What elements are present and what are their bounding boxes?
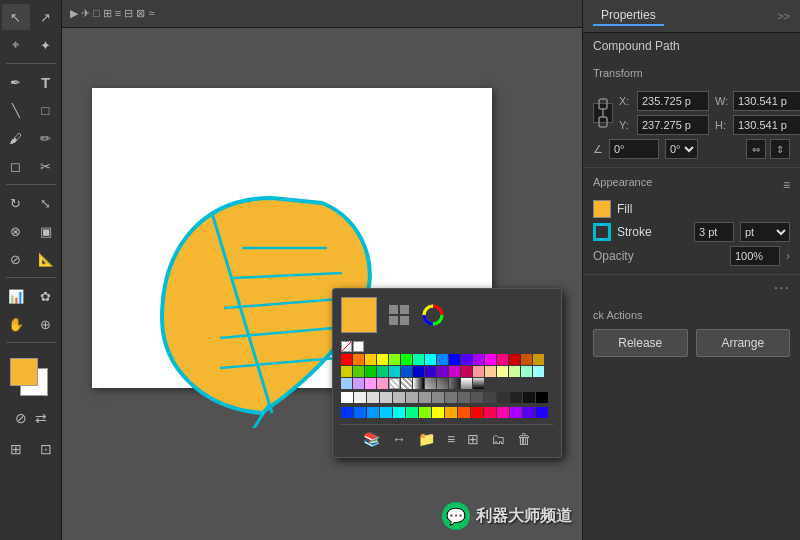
measure-tool[interactable]: 📐 — [32, 246, 60, 272]
color-cell[interactable] — [461, 354, 472, 365]
color-cell[interactable] — [353, 354, 364, 365]
magenta-cell[interactable] — [497, 407, 509, 418]
color-cell[interactable] — [377, 366, 388, 377]
gray-cell[interactable] — [419, 392, 431, 403]
magic-wand-tool[interactable]: ✦ — [32, 32, 60, 58]
brush-tool[interactable]: 🖌 — [2, 125, 30, 151]
color-cell[interactable] — [521, 366, 532, 377]
pattern-swatch[interactable] — [389, 378, 400, 389]
graph-tool[interactable]: 📊 — [2, 283, 30, 309]
color-cell[interactable] — [449, 366, 460, 377]
green-cell[interactable] — [406, 407, 418, 418]
pencil-tool[interactable]: ✏ — [32, 125, 60, 151]
color-cell[interactable] — [437, 354, 448, 365]
color-cell[interactable] — [533, 354, 544, 365]
eyedropper-tool[interactable]: ⊘ — [2, 246, 30, 272]
gray-cell[interactable] — [406, 392, 418, 403]
gray-cell[interactable] — [536, 392, 548, 403]
line-tool[interactable]: ╲ — [2, 97, 30, 123]
color-cell[interactable] — [413, 366, 424, 377]
color-cell[interactable] — [353, 378, 364, 389]
opacity-input[interactable] — [730, 246, 780, 266]
canvas-area[interactable]: 📚 ↔ 📁 ≡ ⊞ 🗂 🗑 💬 利器大师频道 — [62, 28, 582, 540]
flip-vertical-icon[interactable]: ⇕ — [770, 139, 790, 159]
color-cell[interactable] — [401, 354, 412, 365]
blue-cell[interactable] — [380, 407, 392, 418]
color-cell[interactable] — [353, 366, 364, 377]
gray-cell[interactable] — [432, 392, 444, 403]
color-cell[interactable] — [365, 378, 376, 389]
w-input[interactable] — [733, 91, 800, 111]
gray-cell[interactable] — [445, 392, 457, 403]
color-cell[interactable] — [521, 354, 532, 365]
gray-cell[interactable] — [523, 392, 535, 403]
color-cell[interactable] — [341, 354, 352, 365]
stroke-swatch[interactable] — [593, 223, 611, 241]
gray-cell[interactable] — [354, 392, 366, 403]
swatch-groups-btn[interactable]: 📁 — [414, 429, 439, 449]
lime-cell[interactable] — [419, 407, 431, 418]
type-tool[interactable]: T — [32, 69, 60, 95]
color-cell[interactable] — [449, 354, 460, 365]
appearance-list-icon[interactable]: ≡ — [783, 178, 790, 192]
color-cell[interactable] — [365, 366, 376, 377]
x-input[interactable] — [637, 91, 709, 111]
gradient-swatch4[interactable] — [449, 378, 460, 389]
angle-input[interactable] — [609, 139, 659, 159]
color-cell[interactable] — [461, 366, 472, 377]
direct-select-tool[interactable]: ↗ — [32, 4, 60, 30]
gray-cell[interactable] — [341, 392, 353, 403]
rect-tool[interactable]: □ — [32, 97, 60, 123]
color-cell[interactable] — [509, 354, 520, 365]
color-cell[interactable] — [497, 366, 508, 377]
color-cell[interactable] — [365, 354, 376, 365]
list-view-btn[interactable]: ≡ — [443, 429, 459, 449]
gradient-tool[interactable]: ▣ — [32, 218, 60, 244]
flip-horizontal-icon[interactable]: ⇔ — [746, 139, 766, 159]
gradient-swatch5[interactable] — [461, 378, 472, 389]
color-cell[interactable] — [425, 354, 436, 365]
color-wheel-btn[interactable] — [419, 301, 447, 329]
slice-tool[interactable]: ⊡ — [32, 436, 60, 462]
color-cell[interactable] — [485, 366, 496, 377]
none-icon[interactable]: ⊘ — [13, 410, 29, 426]
properties-tab[interactable]: Properties — [593, 6, 664, 26]
color-cell[interactable] — [509, 366, 520, 377]
color-cell[interactable] — [497, 354, 508, 365]
picker-current-color[interactable] — [341, 297, 377, 333]
stroke-size-input[interactable] — [694, 222, 734, 242]
none-swatch[interactable] — [341, 341, 352, 352]
more-options-btn[interactable]: ··· — [774, 279, 790, 297]
fill-swatch[interactable] — [593, 200, 611, 218]
color-cell[interactable] — [341, 378, 352, 389]
color-cell[interactable] — [485, 354, 496, 365]
delete-swatch-btn[interactable]: 🗑 — [513, 429, 535, 449]
rotate-tool[interactable]: ↻ — [2, 190, 30, 216]
red-cell2[interactable] — [471, 407, 483, 418]
color-cell[interactable] — [389, 354, 400, 365]
color-cell[interactable] — [473, 354, 484, 365]
white-swatch[interactable] — [353, 341, 364, 352]
scale-tool[interactable]: ⤡ — [32, 190, 60, 216]
gray-cell[interactable] — [367, 392, 379, 403]
zoom-tool[interactable]: ⊕ — [32, 311, 60, 337]
transform-constraints-icon[interactable] — [593, 103, 613, 123]
teal-cell[interactable] — [393, 407, 405, 418]
swatches-view-btn[interactable] — [385, 301, 413, 329]
new-color-group-btn[interactable]: ⊞ — [463, 429, 483, 449]
indigo-cell[interactable] — [536, 407, 548, 418]
violet-cell[interactable] — [523, 407, 535, 418]
h-input[interactable] — [733, 115, 800, 135]
blend-tool[interactable]: ⊗ — [2, 218, 30, 244]
color-cell[interactable] — [425, 366, 436, 377]
lasso-tool[interactable]: ⌖ — [2, 32, 30, 58]
gray-cell[interactable] — [497, 392, 509, 403]
arrange-button[interactable]: Arrange — [696, 329, 791, 357]
gray-cell[interactable] — [393, 392, 405, 403]
release-button[interactable]: Release — [593, 329, 688, 357]
color-cell[interactable] — [473, 366, 484, 377]
gray-cell[interactable] — [380, 392, 392, 403]
pen-tool[interactable]: ✒ — [2, 69, 30, 95]
gray-cell[interactable] — [471, 392, 483, 403]
gray-cell[interactable] — [484, 392, 496, 403]
